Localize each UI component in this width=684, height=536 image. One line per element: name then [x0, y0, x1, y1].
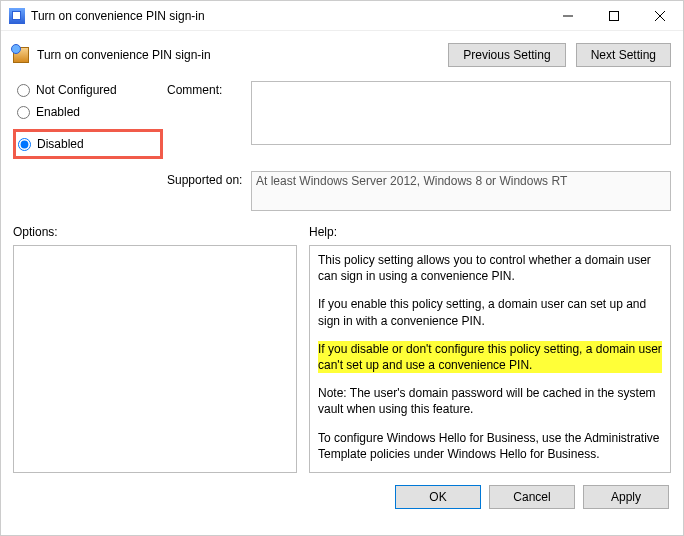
title-bar: Turn on convenience PIN sign-in: [1, 1, 683, 31]
dialog-footer: OK Cancel Apply: [13, 485, 671, 509]
radio-enabled-label: Enabled: [36, 105, 80, 119]
window-title: Turn on convenience PIN sign-in: [31, 9, 545, 23]
svg-rect-1: [610, 11, 619, 20]
cancel-button[interactable]: Cancel: [489, 485, 575, 509]
help-paragraph: If you enable this policy setting, a dom…: [318, 296, 662, 328]
help-paragraph: To configure Windows Hello for Business,…: [318, 430, 662, 462]
radio-not-configured[interactable]: Not Configured: [17, 83, 163, 97]
apply-button[interactable]: Apply: [583, 485, 669, 509]
policy-icon: [13, 47, 29, 63]
radio-enabled-input[interactable]: [17, 106, 30, 119]
ok-button[interactable]: OK: [395, 485, 481, 509]
maximize-button[interactable]: [591, 1, 637, 30]
close-button[interactable]: [637, 1, 683, 30]
supported-on-text: [251, 171, 671, 211]
next-setting-button[interactable]: Next Setting: [576, 43, 671, 67]
highlight-disabled: Disabled: [13, 129, 163, 159]
comment-label: Comment:: [167, 81, 247, 97]
radio-not-configured-label: Not Configured: [36, 83, 117, 97]
state-radio-group: Not Configured Enabled Disabled: [13, 81, 163, 159]
comment-textarea[interactable]: [251, 81, 671, 145]
radio-not-configured-input[interactable]: [17, 84, 30, 97]
window-controls: [545, 1, 683, 30]
radio-enabled[interactable]: Enabled: [17, 105, 163, 119]
policy-header: Turn on convenience PIN sign-in Previous…: [13, 43, 671, 67]
previous-setting-button[interactable]: Previous Setting: [448, 43, 565, 67]
radio-disabled-label: Disabled: [37, 137, 84, 151]
options-label: Options:: [13, 225, 309, 239]
radio-disabled[interactable]: Disabled: [18, 137, 136, 151]
help-paragraph-highlight: If you disable or don't configure this p…: [318, 341, 662, 373]
minimize-button[interactable]: [545, 1, 591, 30]
supported-on-label: Supported on:: [167, 171, 247, 187]
help-paragraph: This policy setting allows you to contro…: [318, 252, 662, 284]
help-label: Help:: [309, 225, 337, 239]
app-icon: [9, 8, 25, 24]
help-paragraph: Note: The user's domain password will be…: [318, 385, 662, 417]
help-pane[interactable]: This policy setting allows you to contro…: [309, 245, 671, 473]
options-pane: [13, 245, 297, 473]
policy-name: Turn on convenience PIN sign-in: [37, 48, 448, 62]
radio-disabled-input[interactable]: [18, 138, 31, 151]
